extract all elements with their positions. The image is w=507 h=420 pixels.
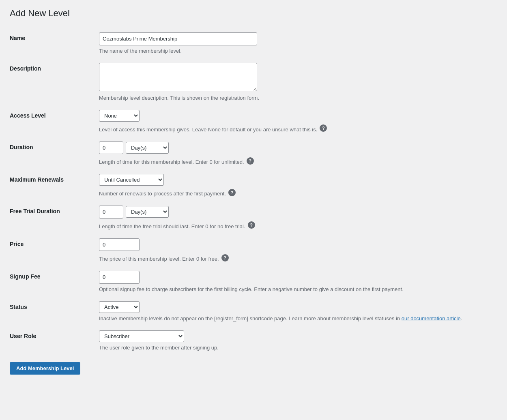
signup-fee-help: Optional signup fee to charge subscriber… bbox=[99, 286, 496, 292]
status-doc-link[interactable]: our documentation article bbox=[402, 315, 461, 321]
status-select[interactable]: Active Inactive bbox=[99, 301, 140, 313]
user-role-select[interactable]: Subscriber Administrator Editor Author C… bbox=[99, 330, 184, 342]
membership-form: Name The name of the membership level. D… bbox=[10, 28, 496, 356]
duration-unit-select[interactable]: Day(s) Week(s) Month(s) Year(s) bbox=[126, 142, 169, 154]
duration-help: Length of time for this membership level… bbox=[99, 159, 244, 165]
maximum-renewals-label: Maximum Renewals bbox=[10, 176, 64, 183]
access-level-row: Access Level None Level of access this m… bbox=[10, 106, 496, 137]
duration-row: Duration Day(s) Week(s) Month(s) Year(s)… bbox=[10, 137, 496, 170]
access-level-help: Level of access this membership gives. L… bbox=[99, 126, 317, 133]
free-trial-duration-label: Free Trial Duration bbox=[10, 208, 60, 214]
status-help-text-part1: Inactive membership levels do not appear… bbox=[99, 315, 402, 321]
free-trial-unit-select[interactable]: Day(s) Week(s) Month(s) Year(s) bbox=[126, 206, 169, 218]
duration-label: Duration bbox=[10, 144, 33, 150]
user-role-help: The user role given to the member after … bbox=[99, 345, 496, 351]
maximum-renewals-help-icon[interactable]: ? bbox=[228, 189, 236, 196]
user-role-label: User Role bbox=[10, 333, 36, 339]
access-level-label: Access Level bbox=[10, 112, 46, 119]
price-input[interactable] bbox=[99, 238, 140, 251]
duration-input[interactable] bbox=[99, 141, 123, 154]
description-row: Description Membership level description… bbox=[10, 59, 496, 106]
name-label: Name bbox=[10, 35, 25, 41]
access-level-select[interactable]: None bbox=[99, 110, 140, 122]
description-label: Description bbox=[10, 65, 41, 72]
description-textarea[interactable] bbox=[99, 63, 257, 91]
signup-fee-label: Signup Fee bbox=[10, 273, 40, 280]
user-role-row: User Role Subscriber Administrator Edito… bbox=[10, 326, 496, 356]
name-help: The name of the membership level. bbox=[99, 48, 496, 54]
free-trial-duration-row: Free Trial Duration Day(s) Week(s) Month… bbox=[10, 201, 496, 234]
description-help: Membership level description. This is sh… bbox=[99, 95, 496, 101]
maximum-renewals-help: Number of renewals to process after the … bbox=[99, 191, 226, 197]
free-trial-duration-input[interactable] bbox=[99, 206, 123, 219]
free-trial-duration-help: Length of time the free trial should las… bbox=[99, 223, 245, 229]
page-title: Add New Level bbox=[10, 8, 496, 19]
price-label: Price bbox=[10, 241, 24, 247]
free-trial-duration-help-icon[interactable]: ? bbox=[248, 221, 255, 229]
price-help-icon[interactable]: ? bbox=[221, 254, 229, 261]
price-row: Price The price of this membership level… bbox=[10, 234, 496, 267]
status-row: Status Active Inactive Inactive membersh… bbox=[10, 297, 496, 326]
status-help: Inactive membership levels do not appear… bbox=[99, 315, 496, 321]
name-input[interactable] bbox=[99, 32, 257, 45]
signup-fee-input[interactable] bbox=[99, 271, 140, 284]
maximum-renewals-row: Maximum Renewals Until Cancelled 1 2 3 N… bbox=[10, 170, 496, 201]
name-row: Name The name of the membership level. bbox=[10, 28, 496, 59]
access-level-help-icon[interactable]: ? bbox=[320, 124, 327, 132]
duration-help-icon[interactable]: ? bbox=[247, 157, 254, 165]
add-membership-level-button[interactable]: Add Membership Level bbox=[10, 362, 80, 375]
status-help-text-part2: . bbox=[461, 315, 462, 321]
status-label: Status bbox=[10, 304, 27, 310]
signup-fee-row: Signup Fee Optional signup fee to charge… bbox=[10, 267, 496, 297]
maximum-renewals-select[interactable]: Until Cancelled 1 2 3 bbox=[99, 174, 164, 186]
price-help: The price of this membership level. Ente… bbox=[99, 256, 219, 262]
